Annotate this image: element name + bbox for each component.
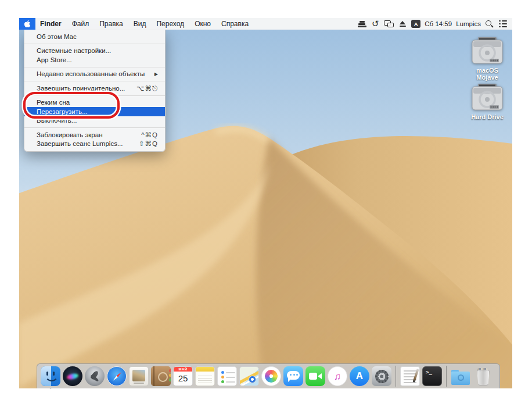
dock-separator [396, 366, 396, 387]
dock-item-notes[interactable] [195, 366, 215, 386]
calendar-month: МАЙ [174, 367, 192, 372]
launchpad-icon [85, 366, 105, 386]
apple-menu-button[interactable] [19, 18, 35, 30]
menu-item-about-this-mac[interactable]: Об этом Mac [24, 32, 165, 41]
finder-icon [41, 366, 60, 386]
textedit-icon [400, 366, 420, 386]
desktop-icon-label: macOS Mojave [465, 67, 509, 81]
input-source-icon[interactable]: A [411, 20, 420, 28]
desktop-icon-hard-drive[interactable]: Hard Drive [465, 83, 509, 120]
dock-item-launchpad[interactable] [85, 366, 105, 386]
dock-item-messages[interactable] [283, 366, 303, 386]
screenshot-page: Finder Файл Правка Вид Переход Окно Спра… [0, 0, 532, 407]
calendar-icon: МАЙ 25 [173, 366, 193, 386]
calendar-day: 25 [174, 372, 192, 385]
dock-item-downloads[interactable] [451, 366, 470, 386]
dock-item-contacts[interactable] [151, 366, 171, 386]
menu-item-restart[interactable]: Перезагрузить... [24, 107, 165, 116]
dock-separator [446, 366, 447, 387]
status-area: ↺ A Сб 14:59 Lumpics [357, 19, 512, 28]
displays-icon[interactable] [384, 20, 394, 28]
menu-item-recent-items[interactable]: Недавно использованные объекты▶ [24, 70, 165, 79]
menu-item-app-store[interactable]: App Store... [24, 55, 165, 65]
apple-icon [24, 20, 31, 28]
mail-icon [129, 366, 149, 386]
desktop-icon-label: Hard Drive [465, 113, 509, 120]
hard-drive-icon [470, 83, 504, 112]
search-icon[interactable] [485, 20, 494, 28]
dock-item-terminal[interactable]: >_ [422, 366, 442, 386]
siri-icon [63, 366, 82, 386]
dock-item-maps[interactable] [239, 366, 259, 386]
menu-separator [24, 127, 165, 128]
menu-item-lock-screen[interactable]: Заблокировать экран^⌘Q [24, 130, 165, 140]
dock-item-finder[interactable] [41, 366, 60, 386]
menu-bar: Finder Файл Правка Вид Переход Окно Спра… [19, 18, 512, 30]
shortcut-label: ^⌘Q [141, 131, 158, 139]
stack-icon[interactable] [357, 19, 366, 28]
photos-icon [261, 366, 281, 386]
menu-item-force-quit[interactable]: Завершить принудительно...⌥⌘⎋ [24, 84, 165, 93]
shortcut-label: ⇧⌘Q [139, 140, 158, 148]
eject-icon[interactable] [398, 19, 407, 28]
trash-icon [473, 366, 493, 386]
dock-item-safari[interactable] [107, 366, 127, 386]
contacts-icon [151, 366, 171, 386]
menu-edit[interactable]: Правка [94, 18, 128, 30]
menu-item-log-out[interactable]: Завершить сеанс Lumpics...⇧⌘Q [24, 140, 165, 149]
time-machine-icon[interactable]: ↺ [371, 19, 380, 28]
menu-finder[interactable]: Finder [35, 18, 67, 30]
menu-item-shut-down[interactable]: Выключить... [24, 116, 165, 126]
menu-separator [24, 95, 165, 96]
menu-item-sleep[interactable]: Режим сна [24, 98, 165, 108]
dock-item-reminders[interactable] [217, 366, 237, 386]
messages-icon [283, 366, 303, 386]
system-preferences-icon [372, 366, 391, 386]
dock-item-trash[interactable] [473, 366, 493, 386]
app-store-icon: A [350, 366, 369, 386]
menu-file[interactable]: Файл [67, 18, 95, 30]
menu-help[interactable]: Справка [216, 18, 254, 30]
dock-item-system-preferences[interactable] [372, 366, 391, 386]
submenu-arrow-icon: ▶ [154, 72, 158, 77]
safari-icon [107, 366, 127, 386]
menu-go[interactable]: Переход [151, 18, 189, 30]
reminders-icon [217, 366, 237, 386]
hard-drive-icon [470, 37, 504, 66]
menu-bar-clock[interactable]: Сб 14:59 [425, 20, 452, 27]
desktop-icon-macos-mojave[interactable]: macOS Mojave [465, 37, 509, 81]
menu-bar-user[interactable]: Lumpics [456, 20, 481, 27]
downloads-folder-icon [451, 369, 470, 386]
dock-item-facetime[interactable] [305, 366, 325, 386]
dock-item-app-store[interactable]: A [350, 366, 369, 386]
dock-item-textedit[interactable] [400, 366, 420, 386]
maps-icon [239, 366, 259, 386]
menu-view[interactable]: Вид [128, 18, 152, 30]
dock-item-photos[interactable] [261, 366, 281, 386]
running-indicator [50, 388, 52, 388]
dock-item-calendar[interactable]: МАЙ 25 [173, 366, 193, 386]
dock-item-siri[interactable] [63, 366, 82, 386]
dock-item-itunes[interactable]: ♫ [328, 366, 347, 386]
shortcut-label: ⌥⌘⎋ [136, 84, 158, 92]
facetime-icon [305, 366, 325, 386]
menu-separator [24, 81, 165, 81]
dock: МАЙ 25 [37, 363, 500, 388]
itunes-icon: ♫ [328, 366, 347, 386]
menu-separator [24, 44, 165, 44]
dock-item-mail[interactable] [129, 366, 149, 386]
menu-item-system-preferences[interactable]: Системные настройки... [24, 47, 165, 56]
apple-menu-dropdown: Об этом Mac Системные настройки... App S… [24, 30, 166, 152]
gear-icon [375, 370, 389, 383]
macos-desktop: Finder Файл Правка Вид Переход Окно Спра… [19, 18, 512, 388]
terminal-icon: >_ [422, 366, 442, 386]
notes-icon [195, 366, 215, 386]
app-menus: Finder Файл Правка Вид Переход Окно Спра… [35, 18, 254, 30]
menu-separator [24, 67, 165, 67]
notification-center-icon[interactable] [498, 19, 508, 28]
menu-window[interactable]: Окно [189, 18, 216, 30]
